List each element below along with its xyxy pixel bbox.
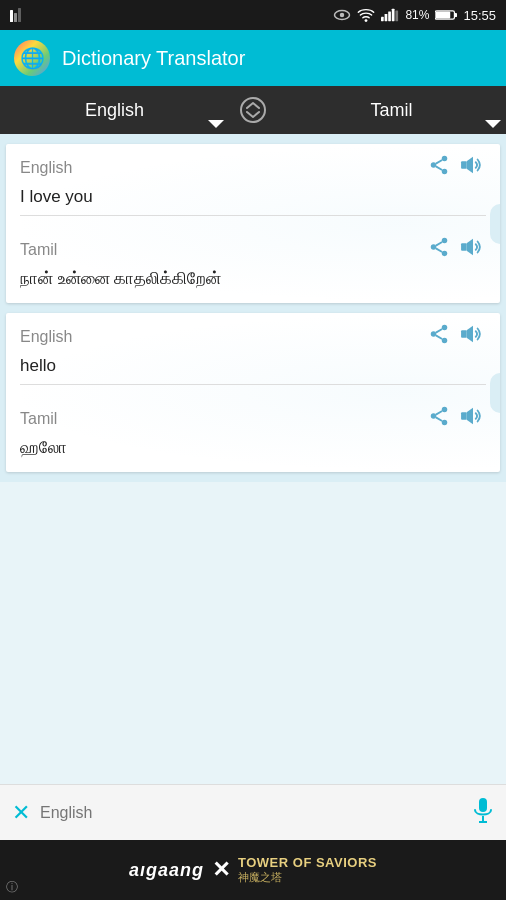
svg-point-33 bbox=[442, 407, 448, 413]
svg-point-23 bbox=[442, 251, 448, 256]
svg-line-36 bbox=[436, 417, 442, 421]
target-language-label: Tamil bbox=[370, 100, 412, 121]
svg-rect-13 bbox=[455, 13, 458, 17]
card1-notch bbox=[490, 204, 500, 244]
target-language-button[interactable]: Tamil bbox=[277, 86, 506, 134]
battery-text: 81% bbox=[405, 8, 429, 22]
svg-line-19 bbox=[436, 160, 442, 164]
ad-subtitle: 神魔之塔 bbox=[238, 870, 282, 885]
search-input[interactable] bbox=[40, 804, 462, 822]
app-logo: 🌐 bbox=[14, 40, 50, 76]
svg-line-30 bbox=[436, 335, 442, 339]
card2-source-actions bbox=[428, 323, 486, 350]
card1-source-speaker-button[interactable] bbox=[460, 154, 486, 181]
wifi-icon bbox=[357, 8, 375, 22]
status-left bbox=[10, 8, 28, 22]
card1-target-actions bbox=[428, 236, 486, 263]
card1-source-share-button[interactable] bbox=[428, 154, 450, 181]
card2-target-lang: Tamil bbox=[20, 410, 57, 428]
card1-source-text: I love you bbox=[20, 187, 486, 216]
ad-content: aıgaang ✕ TOWER OF SAVIORS 神魔之塔 bbox=[129, 855, 377, 885]
svg-point-17 bbox=[442, 169, 448, 175]
svg-point-15 bbox=[442, 156, 448, 162]
translation-card-1: English bbox=[6, 144, 500, 303]
card1-source-section: English bbox=[6, 144, 500, 226]
svg-point-27 bbox=[442, 325, 448, 331]
swap-icon bbox=[239, 96, 267, 124]
card1-target-text: நான் உன்னை காதலிக்கிறேன் bbox=[20, 269, 486, 293]
svg-point-34 bbox=[431, 413, 437, 419]
card2-source-share-button[interactable] bbox=[428, 323, 450, 350]
card1-target-share-button[interactable] bbox=[428, 236, 450, 263]
ad-info-icon: ⓘ bbox=[6, 879, 18, 896]
language-bar: English Tamil bbox=[0, 86, 506, 134]
card2-target-actions bbox=[428, 405, 486, 432]
svg-rect-32 bbox=[461, 330, 467, 337]
swap-languages-button[interactable] bbox=[229, 86, 277, 134]
source-language-label: English bbox=[85, 100, 144, 121]
svg-rect-7 bbox=[385, 14, 388, 21]
svg-point-14 bbox=[241, 98, 265, 122]
svg-point-21 bbox=[442, 238, 448, 244]
card1-target-section: Tamil bbox=[6, 226, 500, 303]
card2-target-share-button[interactable] bbox=[428, 405, 450, 432]
svg-rect-8 bbox=[389, 11, 392, 21]
svg-point-5 bbox=[365, 19, 368, 22]
microphone-button[interactable] bbox=[472, 797, 494, 829]
ad-banner[interactable]: aıgaang ✕ TOWER OF SAVIORS 神魔之塔 ⓘ bbox=[0, 840, 506, 900]
svg-rect-2 bbox=[18, 8, 21, 22]
svg-point-16 bbox=[431, 162, 437, 168]
svg-line-25 bbox=[436, 242, 442, 246]
svg-point-4 bbox=[340, 13, 345, 18]
clear-input-button[interactable]: ✕ bbox=[12, 800, 30, 826]
svg-point-29 bbox=[442, 338, 448, 344]
card1-target-speaker-button[interactable] bbox=[460, 236, 486, 263]
status-bar: 81% 15:55 bbox=[0, 0, 506, 30]
card2-source-speaker-button[interactable] bbox=[460, 323, 486, 350]
svg-line-18 bbox=[436, 166, 442, 170]
svg-point-35 bbox=[442, 420, 448, 426]
svg-rect-26 bbox=[461, 243, 467, 250]
translation-card-2: English bbox=[6, 313, 500, 472]
svg-point-28 bbox=[431, 331, 437, 337]
signal-icon bbox=[381, 8, 399, 22]
svg-rect-12 bbox=[436, 12, 450, 19]
svg-rect-38 bbox=[461, 412, 467, 419]
svg-rect-39 bbox=[479, 798, 487, 812]
card2-source-lang: English bbox=[20, 328, 72, 346]
svg-line-37 bbox=[436, 411, 442, 415]
svg-rect-9 bbox=[392, 9, 395, 22]
card1-source-actions bbox=[428, 154, 486, 181]
svg-rect-6 bbox=[381, 17, 384, 22]
ad-separator: ✕ bbox=[212, 857, 230, 883]
app-title: Dictionary Translator bbox=[62, 47, 245, 70]
card2-notch bbox=[490, 373, 500, 413]
eye-icon bbox=[333, 8, 351, 22]
card2-target-text: ஹலோ bbox=[20, 438, 486, 462]
battery-icon bbox=[435, 9, 457, 21]
card2-source-text: hello bbox=[20, 356, 486, 385]
card1-source-lang: English bbox=[20, 159, 72, 177]
app-header: 🌐 Dictionary Translator bbox=[0, 30, 506, 86]
source-language-button[interactable]: English bbox=[0, 86, 229, 134]
card1-target-lang: Tamil bbox=[20, 241, 57, 259]
ad-logo-bigbang: aıgaang bbox=[129, 860, 204, 881]
card2-target-speaker-button[interactable] bbox=[460, 405, 486, 432]
time-display: 15:55 bbox=[463, 8, 496, 23]
svg-rect-1 bbox=[14, 13, 17, 22]
svg-point-22 bbox=[431, 244, 437, 250]
bottom-input-bar: ✕ bbox=[0, 784, 506, 840]
svg-line-24 bbox=[436, 248, 442, 252]
card2-source-section: English bbox=[6, 313, 500, 395]
svg-line-31 bbox=[436, 329, 442, 333]
card2-target-section: Tamil bbox=[6, 395, 500, 472]
svg-rect-20 bbox=[461, 161, 467, 168]
svg-rect-10 bbox=[396, 11, 399, 22]
main-content: English bbox=[0, 134, 506, 482]
svg-rect-0 bbox=[10, 10, 13, 22]
ad-logo-tower: TOWER OF SAVIORS bbox=[238, 855, 377, 870]
